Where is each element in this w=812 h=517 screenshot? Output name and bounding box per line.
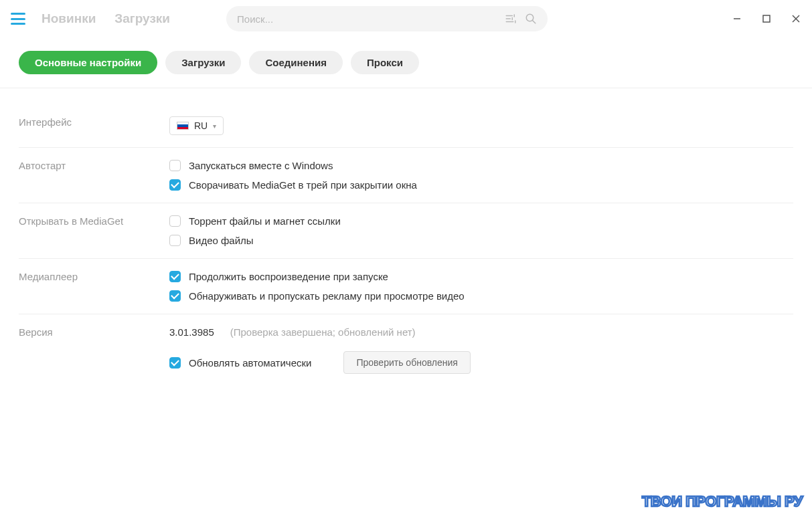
checkbox-minimize-tray[interactable] — [169, 179, 181, 191]
svg-line-1 — [532, 20, 536, 23]
sliders-icon[interactable] — [505, 13, 517, 25]
checkbox-resume[interactable] — [169, 271, 181, 282]
label-autostart: Автостарт — [19, 160, 169, 191]
checkbox-video[interactable] — [169, 235, 181, 246]
search-icon[interactable] — [525, 13, 537, 25]
language-value: RU — [194, 120, 208, 131]
text-video: Видео файлы — [189, 235, 254, 246]
tab-proxy[interactable]: Прокси — [351, 51, 419, 74]
language-select[interactable]: RU ▾ — [169, 116, 224, 135]
checkbox-auto-update[interactable] — [169, 357, 181, 369]
version-status: (Проверка завершена; обновлений нет) — [230, 326, 416, 338]
text-run-with-windows: Запускаться вместе с Windows — [189, 160, 333, 171]
maximize-icon[interactable] — [761, 13, 772, 24]
checkbox-torrent[interactable] — [169, 215, 181, 227]
search-bar — [226, 6, 548, 31]
text-auto-update: Обновлять автоматически — [189, 357, 311, 369]
minimize-icon[interactable] — [732, 13, 742, 24]
hamburger-icon[interactable] — [11, 13, 25, 25]
checkbox-skip-ads[interactable] — [169, 290, 181, 302]
tab-main[interactable]: Основные настройки — [19, 51, 157, 74]
nav-downloads[interactable]: Загрузки — [114, 11, 170, 26]
nav-new[interactable]: Новинки — [42, 11, 96, 26]
flag-ru-icon — [177, 122, 189, 130]
checkbox-run-with-windows[interactable] — [169, 160, 181, 171]
tab-connections[interactable]: Соединения — [249, 51, 343, 74]
text-torrent: Торрент файлы и магнет ссылки — [189, 215, 341, 227]
version-number: 3.01.3985 — [169, 326, 214, 338]
settings-tabs: Основные настройки Загрузки Соединения П… — [0, 37, 812, 88]
label-open-in: Открывать в MediaGet — [19, 215, 169, 246]
label-interface: Интерфейс — [19, 116, 169, 135]
watermark: ТВОИ ПРОГРАММЫ РУ — [642, 493, 803, 510]
search-input[interactable] — [237, 13, 505, 25]
label-player: Медиаплеер — [19, 271, 169, 302]
svg-rect-3 — [763, 15, 770, 22]
close-icon[interactable] — [791, 13, 801, 24]
check-updates-button[interactable]: Проверить обновления — [343, 351, 470, 374]
chevron-down-icon: ▾ — [213, 122, 216, 130]
text-resume: Продолжить воспроизведение при запуске — [189, 271, 388, 282]
label-version: Версия — [19, 326, 169, 374]
text-minimize-tray: Сворачивать MediaGet в трей при закрытии… — [189, 179, 417, 191]
text-skip-ads: Обнаруживать и пропускать рекламу при пр… — [189, 290, 465, 302]
tab-downloads[interactable]: Загрузки — [165, 51, 241, 74]
